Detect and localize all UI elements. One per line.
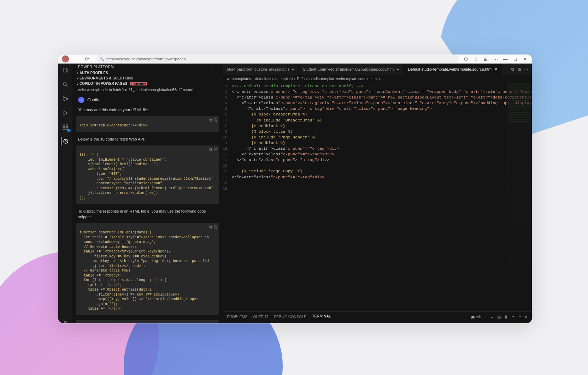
search-icon[interactable] <box>61 81 70 89</box>
profile-avatar[interactable] <box>62 55 69 63</box>
copilot-pane: write webapi code to fetch "crd81_studen… <box>72 86 223 323</box>
svg-point-6 <box>66 98 68 100</box>
shopping-icon[interactable]: ⬡ <box>463 56 469 62</box>
compare-icon[interactable]: ⧉ <box>511 67 514 72</box>
svg-rect-8 <box>63 125 65 126</box>
split-terminal-icon[interactable]: ▥ <box>497 315 501 319</box>
svg-line-3 <box>66 85 67 87</box>
copilot-logo-icon: ✦ <box>78 97 84 103</box>
svg-point-4 <box>63 97 65 98</box>
insert-icon[interactable]: ⎘ <box>214 118 217 123</box>
split-icon[interactable]: ▥ <box>517 67 521 72</box>
favorites-icon[interactable]: ☆ <box>472 56 479 62</box>
more-icon[interactable]: ⋯ <box>492 56 499 62</box>
refresh-button[interactable]: ⟳ <box>83 55 91 63</box>
modified-dot-icon: ● <box>292 67 294 71</box>
svg-rect-11 <box>66 128 68 130</box>
section-copilot[interactable]: ⌄COPILOT IN POWER PAGESPREVIEW <box>72 81 223 86</box>
copilot-input[interactable] <box>79 322 210 323</box>
svg-rect-9 <box>66 125 68 126</box>
copy-icon[interactable]: ⧉ <box>209 147 212 152</box>
section-environments[interactable]: ›ENVIRONMENTS & SOLUTIONS <box>72 76 223 81</box>
tab-close-icon[interactable]: ✕ <box>494 67 498 72</box>
breadcrumb-seg[interactable]: Default-studio-template.webtemplate.sour… <box>297 77 377 81</box>
kill-terminal-icon[interactable]: 🗑 <box>504 315 508 319</box>
tab-output[interactable]: OUTPUT <box>253 315 268 319</box>
activity-bar <box>58 64 72 323</box>
vscode-app: POWER PLATFORM ⋯ ›AUTH PROFILES ›ENVIRON… <box>58 64 532 323</box>
sidebar-panel: POWER PLATFORM ⋯ ›AUTH PROFILES ›ENVIRON… <box>72 64 223 323</box>
terminal-dropdown-icon[interactable]: ⌄ <box>490 315 494 319</box>
minimap[interactable] <box>507 83 532 311</box>
copilot-code-block-3: ⧉⎘ function generateHTMLTable(data) { le… <box>76 223 219 315</box>
svg-point-2 <box>63 83 66 86</box>
tab-debug-console[interactable]: DEBUG CONSOLE <box>274 315 307 319</box>
copilot-msg-3: To display the response in an HTML table… <box>75 207 220 222</box>
editor-area: 56a4.basicform.custom_javascript.js● Stu… <box>223 64 532 323</box>
svg-marker-7 <box>64 111 68 115</box>
lock-icon: 🔍 <box>100 57 104 61</box>
copilot-name: Copilot <box>87 97 100 102</box>
terminal-output[interactable]: Updated record(s) for table: adx_webpage <box>223 322 532 323</box>
debug-icon[interactable] <box>61 109 70 117</box>
close-button[interactable]: ✕ <box>522 56 528 62</box>
account-icon[interactable] <box>61 319 70 323</box>
insert-icon[interactable]: ⎘ <box>214 225 217 230</box>
breadcrumb-seg[interactable]: web-templates <box>227 77 251 81</box>
terminal-panel: PROBLEMS OUTPUT DEBUG CONSOLE TERMINAL ▣… <box>223 311 532 323</box>
power-platform-icon[interactable] <box>61 137 69 145</box>
svg-point-5 <box>63 100 65 101</box>
svg-rect-10 <box>63 128 65 130</box>
copilot-user-query: write webapi code to fetch "crd81_studen… <box>75 86 220 93</box>
tab-problems[interactable]: PROBLEMS <box>227 315 247 319</box>
explorer-icon[interactable] <box>61 66 70 75</box>
section-auth-profiles[interactable]: ›AUTH PROFILES <box>72 70 223 76</box>
collections-icon[interactable]: ⊞ <box>482 56 489 62</box>
back-button[interactable]: ← <box>73 55 81 63</box>
tab-terminal[interactable]: TERMINAL <box>312 314 331 319</box>
code-editor[interactable]: 12345678910111213141516171819 <!-- Defau… <box>223 83 532 311</box>
tab-custom-js[interactable]: 56a4.basicform.custom_javascript.js● <box>223 64 299 75</box>
address-bar[interactable]: 🔍 https://vscode.dev/powerplatform/power… <box>96 55 459 63</box>
url-text: https://vscode.dev/powerplatform/powerpa… <box>106 57 186 61</box>
copy-icon[interactable]: ⧉ <box>209 225 212 230</box>
breadcrumb: web-templates › default-studio-template … <box>223 75 532 83</box>
copilot-code-block-2: ⧉⎘ $(() => { let htmlElement = '#table-c… <box>76 145 219 204</box>
terminal-more-icon[interactable]: ⋯ <box>512 315 516 319</box>
code-lines: <!-- Default studio template. Please do … <box>232 83 532 311</box>
maximize-button[interactable]: □ <box>512 56 518 62</box>
sidebar-more-icon[interactable]: ⋯ <box>215 65 219 69</box>
tab-student-loan[interactable]: Student-Loan-Registration.en-US.webpage.… <box>299 64 404 75</box>
extensions-icon[interactable] <box>61 123 70 131</box>
insert-icon[interactable]: ⎘ <box>214 147 217 152</box>
close-panel-icon[interactable]: ✕ <box>524 315 528 319</box>
tab-bar: 56a4.basicform.custom_javascript.js● Stu… <box>223 64 532 75</box>
copilot-msg-1: You may add this code to your HTML file. <box>75 105 220 115</box>
sidebar-title: POWER PLATFORM ⋯ <box>72 64 223 70</box>
terminal-shell-icon[interactable]: ▣ zsh <box>471 315 481 319</box>
new-terminal-icon[interactable]: + <box>485 315 487 319</box>
line-gutter: 12345678910111213141516171819 <box>223 83 232 311</box>
browser-window: ← ⟳ 🔍 https://vscode.dev/powerplatform/p… <box>58 55 532 323</box>
send-icon[interactable]: ➤ <box>213 322 216 323</box>
maximize-panel-icon[interactable]: ^ <box>519 315 521 319</box>
tab-default-studio[interactable]: Default-studio-template.webtemplate.sour… <box>404 64 502 75</box>
copilot-input-row: ➤ <box>76 320 219 323</box>
modified-dot-icon: ● <box>397 67 399 71</box>
svg-point-13 <box>64 321 66 323</box>
tab-more-icon[interactable]: ⋯ <box>524 67 528 72</box>
breadcrumb-seg[interactable]: default-studio-template <box>255 77 293 81</box>
source-control-icon[interactable] <box>61 95 70 103</box>
browser-toolbar: ← ⟳ 🔍 https://vscode.dev/powerplatform/p… <box>58 55 532 64</box>
copilot-code-block-1: ⧉⎘ <div id="table-container"></div> <box>76 116 219 132</box>
minimize-button[interactable]: — <box>502 56 508 62</box>
copilot-msg-2: Below is the JS code to fetch Web API. <box>75 135 220 144</box>
copy-icon[interactable]: ⧉ <box>209 118 212 123</box>
